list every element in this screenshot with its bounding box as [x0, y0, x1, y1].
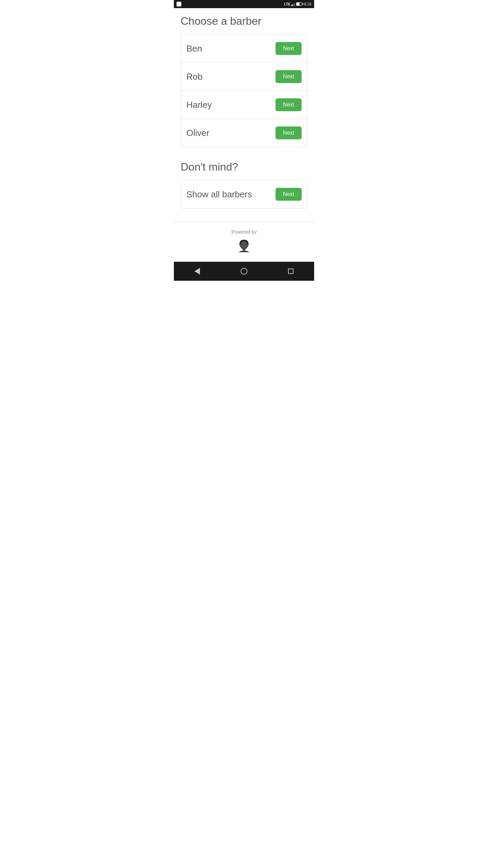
next-button-ben[interactable]: Next [276, 42, 302, 55]
svg-point-3 [245, 244, 246, 245]
powered-by-section: Powered by [174, 222, 314, 262]
lte-text: LTE [284, 2, 290, 6]
barber-logo [236, 238, 252, 255]
next-button-oliver[interactable]: Next [276, 126, 302, 139]
signal-bar-3 [293, 4, 294, 6]
show-all-label: Show all barbers [186, 189, 252, 200]
status-bar-left [177, 2, 181, 6]
battery-icon [296, 2, 302, 6]
main-content: Choose a barber Ben Next Rob Next Harley… [174, 8, 314, 222]
signal-bar-2 [292, 4, 293, 6]
svg-point-2 [242, 244, 243, 245]
barber-name-rob: Rob [186, 72, 203, 82]
bottom-nav [174, 262, 314, 281]
battery-fill [297, 3, 300, 5]
barber-list: Ben Next Rob Next Harley Next Oliver Nex… [181, 34, 307, 147]
next-button-rob[interactable]: Next [276, 70, 302, 83]
barber-name-harley: Harley [186, 100, 212, 110]
dont-mind-title: Don't mind? [181, 161, 307, 173]
back-icon [195, 268, 200, 275]
barber-row-harley: Harley Next [181, 91, 307, 119]
sd-card-icon [177, 2, 181, 6]
svg-rect-4 [243, 249, 245, 251]
page-title: Choose a barber [181, 15, 307, 27]
signal-bars [291, 2, 295, 6]
clock: 6:16 [304, 2, 311, 6]
barber-row-rob: Rob Next [181, 63, 307, 91]
home-icon [241, 268, 247, 275]
show-all-container: Show all barbers Next [181, 180, 307, 209]
signal-bar-1 [291, 5, 292, 6]
home-button[interactable] [237, 264, 251, 278]
barber-row-ben: Ben Next [181, 35, 307, 63]
barber-name-ben: Ben [186, 43, 202, 54]
show-all-row: Show all barbers Next [181, 180, 307, 208]
recent-button[interactable] [284, 264, 298, 278]
recent-icon [288, 269, 293, 274]
status-bar-icons: LTE 6:16 [284, 2, 311, 6]
status-bar: LTE 6:16 [174, 0, 314, 8]
signal-bar-4 [294, 3, 295, 6]
next-button-harley[interactable]: Next [276, 98, 302, 111]
barber-name-oliver: Oliver [186, 128, 209, 138]
barber-row-oliver: Oliver Next [181, 119, 307, 147]
back-button[interactable] [190, 264, 204, 278]
next-button-show-all[interactable]: Next [276, 188, 302, 201]
powered-by-text: Powered by [231, 229, 257, 235]
lte-signal: LTE [284, 2, 294, 6]
